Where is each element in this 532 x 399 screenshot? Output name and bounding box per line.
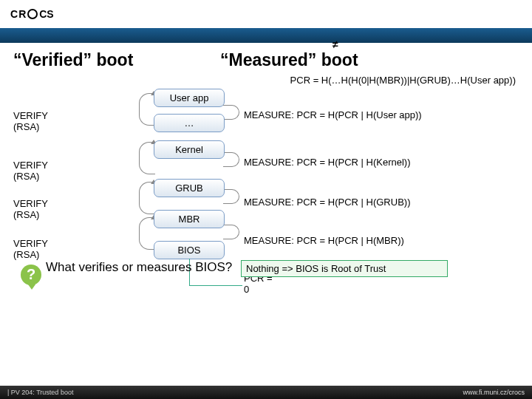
question-icon: ? (21, 265, 41, 285)
boot-diagram: VERIFY (RSA) VERIFY (RSA) VERIFY (RSA) V… (13, 87, 519, 346)
title-measured: “Measured” boot (220, 50, 358, 70)
measure-arc (223, 105, 239, 120)
verify-label: VERIFY (RSA) (13, 110, 48, 132)
measure-arc (223, 152, 239, 167)
stack-ellipsis: … (154, 114, 225, 132)
verify-arc (139, 217, 155, 250)
verify-arc (139, 182, 155, 214)
stack-mbr: MBR (154, 210, 225, 228)
verify-label: VERIFY (RSA) (13, 160, 48, 182)
stack-grub: GRUB (154, 179, 225, 197)
measure-arc (223, 189, 239, 204)
accent-bar (0, 28, 532, 43)
logo-letter: R (18, 8, 26, 20)
measure-arc (223, 225, 239, 239)
stack-user-app: User app (154, 89, 225, 107)
verify-label: VERIFY (RSA) (13, 198, 48, 220)
verify-arc (139, 142, 155, 174)
stack-kernel: Kernel (154, 140, 225, 159)
footer-right: www.fi.muni.cz/crocs (463, 389, 525, 396)
pcr-formula: PCR = H(…H(H(0|H(MBR))|H(GRUB)…H(User ap… (13, 75, 516, 86)
measure-label: MEASURE: PCR = H(PCR | H(GRUB)) (244, 197, 410, 208)
measure-label: MEASURE: PCR = H(PCR | H(Kernel)) (244, 157, 411, 168)
footer: | PV 204: Trusted boot www.fi.muni.cz/cr… (0, 386, 532, 399)
gear-icon (27, 9, 38, 19)
content: “Verified” boot “Measured” boot PCR = H(… (0, 43, 532, 346)
verify-label: VERIFY (RSA) (13, 238, 48, 260)
logo: C R CS (10, 8, 54, 20)
connector-line (189, 285, 242, 286)
header: C R CS (0, 0, 532, 28)
not-equal-symbol: ≠ (332, 38, 338, 50)
root-of-trust-box: Nothing => BIOS is Root of Trust (241, 260, 448, 277)
title-verified: “Verified” boot (13, 50, 220, 70)
titles-row: “Verified” boot “Measured” boot (13, 50, 519, 70)
stack-bios: BIOS (154, 241, 225, 259)
question-text: What verifies or measures BIOS? (46, 260, 232, 275)
logo-letter: C (10, 8, 18, 20)
measure-label: MEASURE: PCR = H(PCR | H(User app)) (244, 109, 422, 120)
footer-left: | PV 204: Trusted boot (7, 389, 73, 396)
logo-letter: CS (39, 8, 53, 20)
verify-arc (139, 93, 155, 126)
measure-label: MEASURE: PCR = H(PCR | H(MBR)) (244, 235, 404, 246)
